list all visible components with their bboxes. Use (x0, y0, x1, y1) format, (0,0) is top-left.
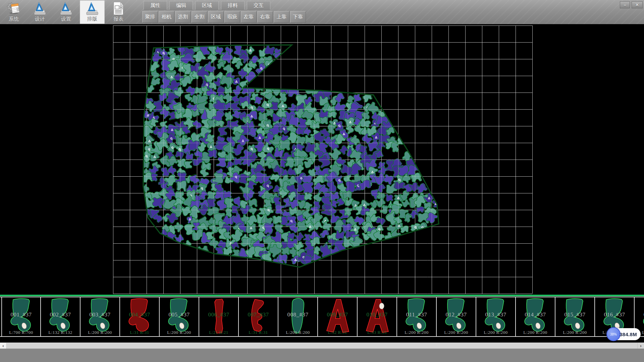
piece-lr-label: L:700 R:700 (2, 330, 40, 335)
tool-snap-right[interactable]: 右靠 (257, 11, 273, 23)
piece-tile[interactable]: 001_#37L:700 R:700 (1, 297, 41, 336)
piece-tile[interactable]: 013_#37L:200 R:200 (476, 297, 516, 336)
piece-lr-label: L:33 R:33 (358, 330, 396, 335)
piece-id-label: 001_#37 (2, 311, 40, 318)
piece-id-label: 003_#37 (80, 311, 119, 318)
big-button-design[interactable]: 设计 (28, 0, 52, 24)
tool-camera[interactable]: 相机 (159, 11, 174, 23)
tool-snap-down[interactable]: 下靠 (290, 11, 306, 23)
piece-id-label: 011_#37 (397, 311, 436, 318)
filmstrip-top-divider (0, 295, 644, 296)
piece-lr-label: L:200 R:200 (160, 330, 199, 335)
scroll-left-button[interactable]: ‹ (0, 343, 7, 349)
bottom-panel (0, 349, 644, 362)
status-badge: 38% 384.8M (606, 327, 641, 341)
piece-lr-label: L:31 R:31 (239, 330, 278, 335)
tool-snap-up[interactable]: 上靠 (274, 11, 289, 23)
tool-cut-all[interactable]: 全割 (192, 11, 207, 23)
app-window: 系统设计设置排版报表 属性编辑区域排料交互 聚排相机选割全割区域瑕疵左靠右靠上靠… (0, 0, 644, 362)
piece-id-label: 017_#37 (635, 311, 644, 318)
piece-tile[interactable]: 004_#37L:31 R:31 (120, 297, 160, 336)
set-square-icon (59, 1, 73, 16)
big-button-report[interactable]: 报表 (106, 0, 131, 24)
big-button-nesting[interactable]: 排版 (80, 0, 105, 24)
piece-id-label: 012_#37 (437, 311, 476, 318)
tool-cluster-nest[interactable]: 聚排 (142, 11, 158, 23)
big-button-settings[interactable]: 设置 (54, 0, 78, 24)
big-button-label: 设计 (28, 16, 52, 22)
menu-nest[interactable]: 排料 (221, 1, 245, 10)
piece-lr-label: L:200 R:200 (476, 330, 515, 335)
horizontal-scrollbar[interactable]: ‹ › (0, 343, 644, 349)
progress-circle: 38% (606, 327, 621, 341)
piece-id-label: 006_#37 (199, 311, 238, 318)
tool-defect[interactable]: 瑕疵 (224, 11, 240, 23)
piece-id-label: 004_#37 (120, 311, 159, 318)
piece-filmstrip: 001_#37L:700 R:700002_#37L:132 R:132003_… (0, 295, 644, 338)
piece-tile[interactable]: 014_#37L:200 R:200 (516, 297, 555, 336)
piece-tile[interactable]: 007_#37L:31 R:31 (239, 297, 278, 336)
piece-tile[interactable]: 008_#37L:200 R:200 (278, 297, 318, 336)
piece-lr-label: L:132 R:132 (41, 330, 80, 335)
nesting-canvas[interactable] (0, 24, 644, 295)
piece-id-label: 002_#37 (41, 311, 80, 318)
piece-id-label: 010_#37 (358, 311, 396, 318)
piece-lr-label: L:200 R:200 (516, 330, 555, 335)
piece-tile[interactable]: 011_#37L:200 R:200 (397, 297, 437, 336)
piece-lr-label: L:200 R:200 (397, 330, 436, 335)
memory-label: 384.8M (620, 328, 637, 340)
menu-properties[interactable]: 属性 (144, 1, 167, 10)
piece-tile[interactable]: 010_#37L:33 R:33 (358, 297, 397, 336)
system-gear-icon (6, 1, 21, 16)
tool-region[interactable]: 区域 (208, 11, 224, 23)
piece-id-label: 009_#37 (318, 311, 357, 318)
piece-tile[interactable]: 003_#37L:200 R:200 (80, 297, 120, 336)
big-button-system[interactable]: 系统 (1, 0, 26, 24)
close-button[interactable]: ✕ (632, 1, 643, 8)
set-square-icon (85, 1, 100, 16)
piece-tile[interactable]: 012_#37L:200 R:200 (437, 297, 476, 336)
report-doc-icon (111, 1, 126, 16)
set-square-icon (33, 1, 47, 16)
piece-id-label: 008_#37 (278, 311, 317, 318)
filmstrip-tiles: 001_#37L:700 R:700002_#37L:132 R:132003_… (0, 297, 644, 337)
piece-id-label: 015_#37 (555, 311, 594, 318)
big-button-label: 设置 (54, 16, 78, 22)
piece-lr-label: L:21 R:21 (199, 330, 238, 335)
piece-tile[interactable]: 005_#37L:200 R:200 (160, 297, 199, 336)
piece-tile[interactable]: 006_#37L:21 R:21 (199, 297, 239, 336)
piece-lr-label: L:31 R:31 (120, 330, 159, 335)
menu-region[interactable]: 区域 (195, 1, 219, 10)
big-button-label: 排版 (80, 16, 105, 22)
tool-snap-left[interactable]: 左靠 (241, 11, 257, 23)
piece-id-label: 014_#37 (516, 311, 555, 318)
piece-lr-label: L:200 R:200 (437, 330, 476, 335)
minimize-button[interactable]: – (620, 1, 630, 8)
piece-lr-label: L:200 R:200 (555, 330, 594, 335)
menu-edit[interactable]: 编辑 (169, 1, 193, 10)
big-button-label: 报表 (106, 16, 131, 22)
tool-select-cut[interactable]: 选割 (175, 11, 191, 23)
piece-id-label: 013_#37 (476, 311, 515, 318)
piece-lr-label: L:32 R:31 (318, 330, 357, 335)
piece-id-label: 016_#37 (595, 311, 634, 318)
piece-lr-label: L:200 R:200 (80, 330, 119, 335)
piece-lr-label: L:200 R:200 (278, 330, 317, 335)
ribbon: 系统设计设置排版报表 属性编辑区域排料交互 聚排相机选割全割区域瑕疵左靠右靠上靠… (0, 0, 644, 24)
piece-tile[interactable]: 009_#37L:32 R:31 (318, 297, 358, 336)
piece-tile[interactable]: 002_#37L:132 R:132 (41, 297, 80, 336)
scroll-right-button[interactable]: › (637, 343, 644, 349)
piece-tile[interactable]: 015_#37L:200 R:200 (555, 297, 595, 336)
menu-interactive[interactable]: 交互 (247, 1, 270, 10)
big-button-label: 系统 (1, 16, 26, 22)
piece-id-label: 007_#37 (239, 311, 278, 318)
piece-id-label: 005_#37 (160, 311, 199, 318)
